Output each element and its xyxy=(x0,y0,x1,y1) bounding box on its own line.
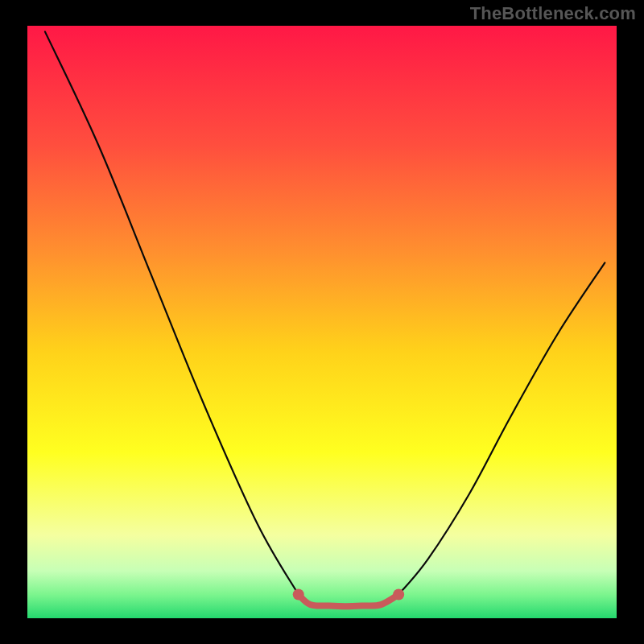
optimal-dot-left xyxy=(293,589,304,601)
chart-container: TheBottleneck.com xyxy=(0,0,644,644)
optimal-dot-right xyxy=(393,589,404,601)
watermark-text: TheBottleneck.com xyxy=(470,3,636,24)
bottleneck-chart xyxy=(0,0,644,644)
plot-background xyxy=(27,26,617,618)
